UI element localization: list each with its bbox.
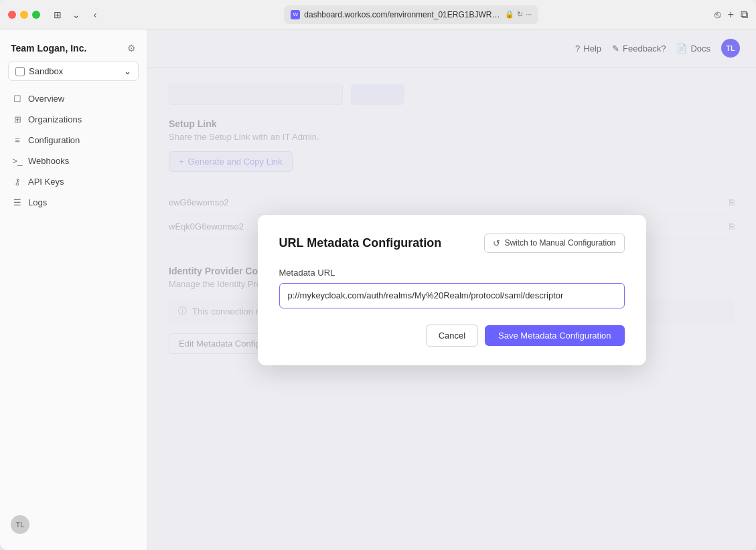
modal-footer: Cancel Save Metadata Configuration	[279, 325, 625, 347]
back-button[interactable]: ‹	[87, 7, 103, 23]
env-label: Sandbox	[29, 66, 63, 76]
sidebar-item-label: Organizations	[28, 114, 82, 124]
sidebar-item-organizations[interactable]: ⊞ Organizations	[5, 110, 141, 129]
sidebar-item-logs[interactable]: ☰ Logs	[5, 193, 141, 212]
sidebar-bottom: TL	[0, 507, 147, 542]
modal-header: URL Metadata Configuration ↺ Switch to M…	[279, 234, 625, 253]
maximize-button[interactable]	[32, 11, 40, 19]
overview-icon: ☐	[12, 94, 23, 104]
sidebar-item-label: Configuration	[28, 135, 80, 145]
avatar[interactable]: TL	[11, 515, 29, 534]
team-name: Team Logan, Inc.	[11, 43, 86, 54]
modal-title: URL Metadata Configuration	[279, 236, 442, 250]
favicon: W	[291, 10, 300, 19]
switch-btn-label: Switch to Manual Configuration	[504, 238, 615, 248]
tabs-icon[interactable]: ⧉	[741, 9, 748, 21]
chevron-down-icon: ⌄	[124, 66, 131, 76]
refresh-icon[interactable]: ↻	[517, 10, 523, 19]
field-label: Metadata URL	[279, 268, 625, 278]
traffic-lights	[8, 11, 40, 19]
cancel-button[interactable]: Cancel	[426, 325, 478, 347]
titlebar: ⊞ ⌄ ‹ W dashboard.workos.com/environment…	[0, 0, 756, 29]
modal-dialog: URL Metadata Configuration ↺ Switch to M…	[258, 215, 646, 365]
app-window: ⊞ ⌄ ‹ W dashboard.workos.com/environment…	[0, 0, 756, 550]
app-layout: Team Logan, Inc. ⚙ Sandbox ⌄ ☐ Overview …	[0, 29, 756, 550]
chevron-down-icon[interactable]: ⌄	[68, 7, 84, 23]
env-select[interactable]: Sandbox ⌄	[8, 62, 139, 81]
sidebar-item-api-keys[interactable]: ⚷ API Keys	[5, 172, 141, 191]
save-metadata-button[interactable]: Save Metadata Configuration	[485, 325, 624, 346]
sidebar-header: Team Logan, Inc. ⚙	[0, 37, 147, 62]
share-icon[interactable]: ⎋	[714, 9, 721, 21]
more-icon[interactable]: ···	[526, 10, 532, 19]
url-text: dashboard.workos.com/environment_01ERG1B…	[304, 10, 501, 19]
logs-icon: ☰	[12, 197, 23, 207]
sandbox-icon	[15, 67, 25, 76]
new-tab-icon[interactable]: +	[728, 9, 734, 21]
panel-toggle-icon[interactable]: ⊞	[50, 7, 66, 23]
close-button[interactable]	[8, 11, 16, 19]
configuration-icon: ≡	[12, 135, 23, 145]
titlebar-nav: ⊞ ⌄ ‹	[50, 7, 103, 23]
env-select-left: Sandbox	[15, 66, 63, 76]
switch-icon: ↺	[493, 238, 500, 248]
sidebar-item-overview[interactable]: ☐ Overview	[5, 89, 141, 108]
sidebar-item-webhooks[interactable]: >_ Webhooks	[5, 151, 141, 171]
address-bar-icons: 🔒 ↻ ···	[505, 10, 532, 19]
sidebar-item-configuration[interactable]: ≡ Configuration	[5, 130, 141, 150]
api-keys-icon: ⚷	[12, 177, 23, 187]
main-content: ? Help ✎ Feedback? 📄 Docs TL	[147, 29, 756, 550]
address-bar-container: W dashboard.workos.com/environment_01ERG…	[114, 5, 709, 24]
sidebar-item-label: Overview	[28, 94, 64, 104]
settings-icon[interactable]: ⚙	[127, 43, 136, 54]
sidebar-item-label: Logs	[28, 197, 47, 207]
webhooks-icon: >_	[12, 156, 23, 166]
modal-overlay: URL Metadata Configuration ↺ Switch to M…	[147, 29, 756, 550]
titlebar-actions: ⎋ + ⧉	[714, 9, 748, 21]
address-bar[interactable]: W dashboard.workos.com/environment_01ERG…	[284, 5, 538, 24]
sidebar-nav: ☐ Overview ⊞ Organizations ≡ Configurati…	[0, 89, 147, 212]
lock-icon: 🔒	[505, 10, 514, 19]
sidebar-item-label: Webhooks	[28, 156, 69, 166]
switch-to-manual-button[interactable]: ↺ Switch to Manual Configuration	[484, 234, 624, 253]
minimize-button[interactable]	[20, 11, 28, 19]
organizations-icon: ⊞	[12, 114, 23, 124]
sidebar: Team Logan, Inc. ⚙ Sandbox ⌄ ☐ Overview …	[0, 29, 147, 550]
metadata-url-input[interactable]	[279, 283, 625, 308]
sidebar-item-label: API Keys	[28, 177, 64, 187]
